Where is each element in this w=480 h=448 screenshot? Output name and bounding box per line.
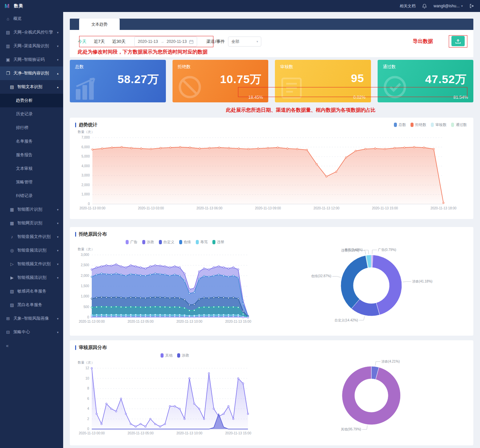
logo-m-icon: M [5, 3, 12, 9]
svg-text:2020-11-13 05:00: 2020-11-13 05:00 [128, 320, 154, 323]
date-range-picker[interactable]: 2020-11-13 → 2020-11-13 [134, 37, 197, 47]
stat-card-label: 审核数 [280, 64, 293, 70]
review-reasons-card: 审核原因分布 其他涉政 数量（次）0246810122020-11-13 00:… [70, 340, 473, 445]
chevron-down-icon: ▾ [57, 222, 59, 225]
sidebar-item-18[interactable]: ▷智能视频文件识别▾ [0, 257, 63, 271]
svg-text:2020-11-13 15:00: 2020-11-13 15:00 [372, 206, 398, 210]
sidebar-item-16[interactable]: ♪智能音频文件识别▾ [0, 230, 63, 244]
legend-item-0[interactable]: 其他 [161, 353, 173, 358]
trend-legend: 总数拒绝数审核数通过数 [394, 122, 467, 127]
notification-bell-icon[interactable] [422, 4, 427, 9]
stat-card-label: 总数 [75, 64, 84, 70]
user-email: wangli@ishu... [433, 4, 459, 8]
legend-item-1[interactable]: 涉政 [142, 240, 154, 245]
svg-text:1,000: 1,000 [81, 294, 89, 298]
sidebar-item-2[interactable]: ▥天网–渠道风险识别▾ [0, 39, 63, 53]
sidebar-item-label: 智能视频文件识别 [17, 261, 51, 267]
docs-link[interactable]: 相关文档 [400, 3, 416, 9]
image-recognition-icon: ▦ [9, 207, 15, 212]
sidebar-item-13[interactable]: 纠错记录 [0, 189, 63, 203]
legend-item-0[interactable]: 广告 [126, 240, 138, 245]
legend-pill-icon [142, 240, 145, 244]
legend-label: 色情 [184, 240, 191, 245]
user-menu[interactable]: wangli@ishu... ▾ [433, 4, 463, 8]
svg-text:7,000: 7,000 [81, 136, 90, 139]
sidebar-item-11[interactable]: 文本审核 [0, 162, 63, 175]
ban-icon [177, 74, 202, 101]
svg-text:数量（次）: 数量（次） [77, 361, 94, 364]
quick-filter-0[interactable]: 今天 [78, 39, 86, 45]
sidebar-item-17[interactable]: ◎智能音频流识别▾ [0, 244, 63, 257]
sidebar-item-10[interactable]: 服务报告 [0, 148, 63, 162]
legend-item-1[interactable]: 拒绝数 [411, 122, 426, 127]
svg-text:1,000: 1,000 [81, 192, 90, 196]
sidebar-item-6[interactable]: 趋势分析 [0, 94, 63, 107]
tab-text-trend[interactable]: 文本趋势 [79, 19, 120, 30]
legend-item-4[interactable]: 辱骂 [196, 240, 208, 245]
sidebar-item-5[interactable]: ▤智能文本识别▴ [0, 80, 63, 94]
sidebar-collapse-icon[interactable]: « [0, 339, 63, 352]
date-from: 2020-11-13 [138, 39, 158, 44]
sidebar-item-label: 策略管理 [16, 179, 33, 185]
sidebar-item-23[interactable]: ⊟策略中心▾ [0, 325, 63, 339]
sidebar-item-9[interactable]: 名单服务 [0, 135, 63, 148]
sidebar-item-14[interactable]: ▦智能图片识别▾ [0, 203, 63, 216]
blackwhite-list-icon: ▨ [9, 302, 15, 307]
stat-cards-row: 总数58.27万拒绝数10.75万18.45%审核数950.02%通过数47.5… [70, 60, 473, 102]
legend-item-0[interactable]: 总数 [394, 122, 406, 127]
reject-reasons-card: 拒绝原因分布 广告涉政自定义色情辱骂违禁 数量（次）05001,0001,500… [70, 227, 473, 336]
svg-text:4: 4 [87, 407, 89, 410]
chevron-down-icon: ▾ [57, 31, 59, 34]
sidebar-item-3[interactable]: ▣天网–智能验证码▾ [0, 53, 63, 66]
svg-text:广告(0.79%): 广告(0.79%) [378, 248, 396, 252]
sidebar-item-label: 黑白名单服务 [17, 302, 42, 308]
svg-text:2020-11-13 15:00: 2020-11-13 15:00 [225, 320, 252, 323]
sidebar-item-4[interactable]: ❐天净–智能内容识别▴ [0, 66, 63, 80]
arrow-right-icon: → [160, 39, 164, 44]
title-accent-bar [75, 123, 76, 127]
svg-text:2020-11-13 10:00: 2020-11-13 10:00 [177, 431, 203, 435]
chevron-down-icon: ▾ [57, 276, 59, 280]
legend-item-2[interactable]: 审核数 [431, 122, 446, 127]
legend-pill-icon [394, 123, 397, 127]
sidebar-item-1[interactable]: ▤天网–全栈式风控引擎▾ [0, 26, 63, 39]
trend-chart-card: 趋势统计 总数拒绝数审核数通过数 数量（次）01,0002,0003,0004,… [70, 118, 473, 219]
topbar: M 数美 相关文档 wangli@ishu... ▾ [0, 0, 480, 12]
quick-filter-2[interactable]: 近30天 [112, 39, 125, 45]
svg-text:2020-11-13 00:00: 2020-11-13 00:00 [79, 431, 105, 435]
legend-pill-icon [159, 240, 162, 244]
sidebar-item-20[interactable]: ▧敏感词名单服务 [0, 284, 63, 298]
chevron-down-icon: ▾ [57, 208, 59, 211]
stat-card-percent: 81.54% [453, 95, 468, 100]
sidebar-item-0[interactable]: ⌂概览 [0, 12, 63, 26]
chevron-down-icon: ▾ [57, 317, 59, 320]
legend-item-2[interactable]: 自定义 [159, 240, 175, 245]
legend-item-1[interactable]: 涉政 [177, 353, 189, 358]
channel-select[interactable]: 全部 ▾ [228, 37, 261, 47]
svg-text:12: 12 [85, 366, 89, 370]
sidebar-item-21[interactable]: ▨黑白名单服务 [0, 298, 63, 312]
date-to: 2020-11-13 [167, 39, 187, 44]
legend-pill-icon [451, 123, 454, 127]
legend-item-5[interactable]: 违禁 [212, 240, 224, 245]
export-button[interactable] [451, 36, 465, 46]
sidebar-item-8[interactable]: 排行榜 [0, 121, 63, 135]
sidebar-item-22[interactable]: ⊞天象–智能风险画像▾ [0, 312, 63, 325]
svg-text:数量（次）: 数量（次） [77, 130, 94, 134]
sidebar-item-7[interactable]: 历史记录 [0, 107, 63, 121]
sidebar-item-label: 智能文本识别 [17, 84, 42, 90]
sidebar-item-15[interactable]: ▩智能网页识别▾ [0, 216, 63, 230]
chevron-down-icon: ▾ [57, 331, 59, 334]
captcha-icon: ▣ [5, 57, 11, 62]
reject-legend: 广告涉政自定义色情辱骂违禁 [75, 238, 275, 246]
svg-text:2020-11-13 15:00: 2020-11-13 15:00 [225, 431, 252, 435]
logout-icon[interactable] [469, 4, 474, 8]
quick-filter-1[interactable]: 近7天 [94, 39, 105, 45]
legend-label: 总数 [399, 122, 406, 127]
sidebar-item-19[interactable]: ▶智能视频流识别▾ [0, 271, 63, 284]
sidebar-item-12[interactable]: 策略管理 [0, 175, 63, 189]
export-upload-icon [455, 39, 461, 44]
legend-item-3[interactable]: 色情 [179, 240, 191, 245]
svg-text:2020-11-13 10:00: 2020-11-13 10:00 [177, 320, 203, 323]
legend-item-3[interactable]: 通过数 [451, 122, 467, 127]
